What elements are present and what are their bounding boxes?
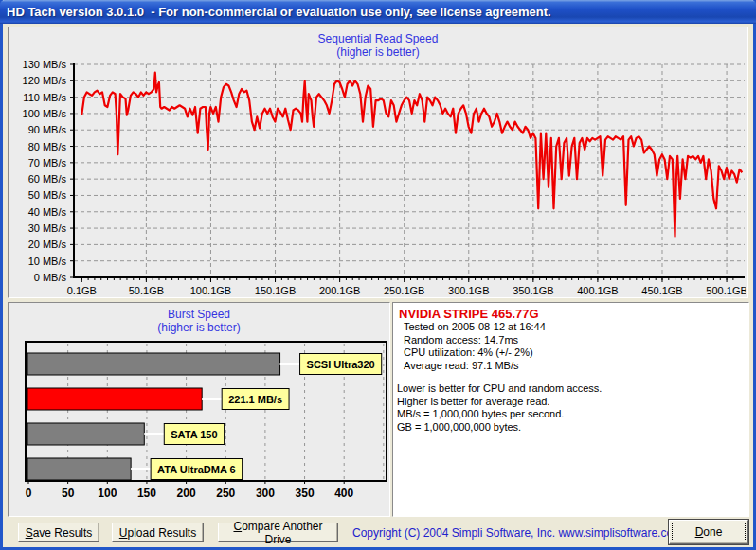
svg-text:100.1GB: 100.1GB bbox=[190, 285, 231, 296]
sequential-chart-title: Sequential Read Speed bbox=[9, 27, 747, 45]
svg-text:500.1GB: 500.1GB bbox=[706, 285, 746, 296]
svg-text:300: 300 bbox=[256, 487, 275, 500]
svg-text:130 MB/s: 130 MB/s bbox=[23, 59, 67, 70]
svg-text:300.1GB: 300.1GB bbox=[448, 285, 489, 296]
random-access-line: Random access: 14.7ms bbox=[404, 334, 748, 347]
done-button[interactable]: Done bbox=[669, 520, 748, 544]
drive-info-panel: NVIDIA STRIPE 465.77G Tested on 2005-08-… bbox=[392, 302, 749, 517]
svg-text:450.1GB: 450.1GB bbox=[641, 285, 682, 296]
note-line: Lower is better for CPU and random acces… bbox=[397, 382, 748, 396]
save-results-button[interactable]: Save Results bbox=[18, 523, 99, 542]
svg-text:150: 150 bbox=[137, 487, 156, 500]
svg-text:80 MB/s: 80 MB/s bbox=[28, 141, 67, 152]
svg-text:221.1 MB/s: 221.1 MB/s bbox=[228, 394, 282, 405]
notes-block: Lower is better for CPU and random acces… bbox=[397, 382, 748, 434]
svg-text:20 MB/s: 20 MB/s bbox=[28, 239, 67, 250]
svg-text:ATA UltraDMA 6: ATA UltraDMA 6 bbox=[157, 464, 236, 475]
burst-speed-plot: 050100150200250300350400SCSI Ultra320221… bbox=[10, 337, 387, 515]
svg-text:100 MB/s: 100 MB/s bbox=[23, 108, 67, 119]
svg-text:400.1GB: 400.1GB bbox=[577, 285, 618, 296]
svg-text:120 MB/s: 120 MB/s bbox=[23, 75, 67, 86]
note-line: MB/s = 1,000,000 bytes per second. bbox=[397, 408, 748, 421]
svg-text:150.1GB: 150.1GB bbox=[255, 285, 296, 296]
svg-text:0 MB/s: 0 MB/s bbox=[34, 272, 67, 283]
svg-text:30 MB/s: 30 MB/s bbox=[28, 222, 67, 234]
svg-text:110 MB/s: 110 MB/s bbox=[23, 92, 66, 103]
burst-chart-subtitle: (higher is better) bbox=[9, 321, 389, 334]
sequential-read-panel: Sequential Read Speed (higher is better)… bbox=[8, 27, 748, 298]
drive-name: NVIDIA STRIPE 465.77G bbox=[399, 307, 748, 321]
svg-text:350.1GB: 350.1GB bbox=[513, 285, 553, 296]
sequential-read-plot: 0 MB/s10 MB/s20 MB/s30 MB/s40 MB/s50 MB/… bbox=[10, 54, 746, 296]
svg-text:10 MB/s: 10 MB/s bbox=[28, 256, 67, 267]
svg-text:SATA 150: SATA 150 bbox=[171, 429, 217, 440]
svg-text:70 MB/s: 70 MB/s bbox=[28, 157, 67, 169]
tested-on-line: Tested on 2005-08-12 at 16:44 bbox=[404, 321, 748, 334]
svg-text:40 MB/s: 40 MB/s bbox=[28, 206, 67, 218]
svg-text:50 MB/s: 50 MB/s bbox=[28, 189, 67, 201]
svg-text:60 MB/s: 60 MB/s bbox=[28, 173, 67, 185]
svg-text:SCSI Ultra320: SCSI Ultra320 bbox=[307, 359, 375, 370]
window-title: HD Tach version 3.0.1.0 - For non-commer… bbox=[7, 5, 551, 19]
svg-text:50.1GB: 50.1GB bbox=[129, 285, 164, 296]
cpu-utilization-line: CPU utilization: 4% (+/- 2%) bbox=[404, 346, 748, 360]
svg-text:200.1GB: 200.1GB bbox=[319, 285, 360, 296]
upload-results-button[interactable]: Upload Results bbox=[112, 523, 204, 542]
svg-text:50: 50 bbox=[62, 487, 75, 500]
burst-speed-panel: Burst Speed (higher is better) 050100150… bbox=[8, 302, 390, 517]
burst-chart-title: Burst Speed bbox=[9, 303, 389, 321]
copyright-text: Copyright (C) 2004 Simpli Software, Inc.… bbox=[352, 526, 660, 540]
svg-text:250: 250 bbox=[216, 487, 235, 500]
note-line: GB = 1,000,000,000 bytes. bbox=[397, 421, 748, 435]
average-read-line: Average read: 97.1 MB/s bbox=[404, 360, 748, 373]
svg-text:250.1GB: 250.1GB bbox=[384, 285, 424, 296]
note-line: Higher is better for average read. bbox=[397, 396, 748, 409]
svg-text:0: 0 bbox=[26, 487, 32, 500]
svg-text:0.1GB: 0.1GB bbox=[67, 285, 97, 296]
titlebar[interactable]: HD Tach version 3.0.1.0 - For non-commer… bbox=[0, 0, 756, 24]
svg-text:400: 400 bbox=[334, 487, 353, 500]
svg-text:350: 350 bbox=[296, 487, 315, 500]
svg-text:90 MB/s: 90 MB/s bbox=[28, 124, 67, 135]
svg-text:200: 200 bbox=[177, 487, 196, 500]
compare-another-drive-button[interactable]: Compare Another Drive bbox=[218, 523, 338, 542]
svg-text:100: 100 bbox=[98, 487, 117, 500]
